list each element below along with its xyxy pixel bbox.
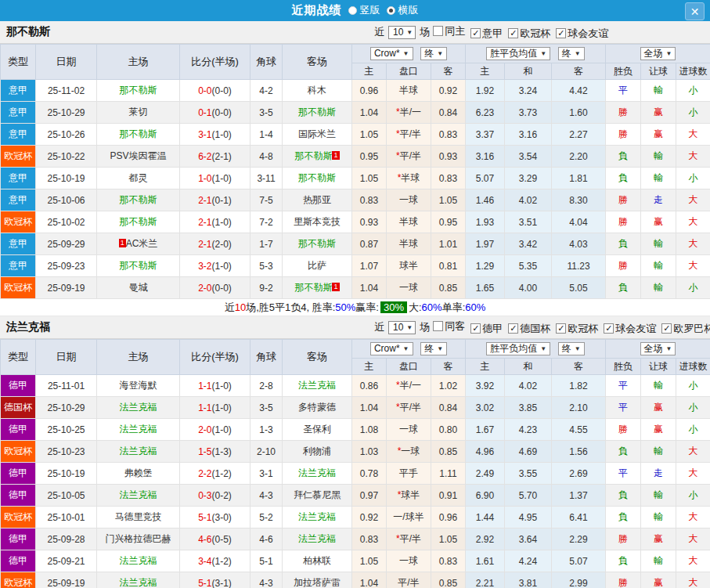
col-header-score: 比分(半场) [180, 45, 250, 80]
home-team-cell: 弗赖堡 [97, 463, 180, 485]
home-odds: 1.04 [352, 277, 387, 299]
match-date: 25-10-05 [36, 485, 97, 507]
team-label: 那不勒斯 [120, 260, 157, 271]
avg-home-odds: 1.61 [466, 550, 505, 572]
home-team-cell: 那不勒斯 [97, 189, 180, 211]
away-odds: 0.93 [431, 146, 466, 168]
radio-icon [348, 6, 357, 15]
odds-company-select[interactable]: Crow*▼ [370, 342, 413, 355]
odds-company-select[interactable]: Crow*▼ [370, 47, 413, 60]
away-odds: 0.80 [431, 419, 466, 441]
team-label: 莱切 [129, 106, 148, 117]
filter-checkbox-同客[interactable]: 同客 [430, 319, 465, 334]
star-mark: * [398, 489, 402, 500]
filter-checkbox-欧冠杯[interactable]: ✓欧冠杯 [550, 322, 598, 336]
home-team-cell: 法兰克福 [97, 485, 180, 507]
fulltime-score: 1-0 [198, 173, 211, 184]
result-wdl: 平 [606, 375, 641, 397]
score-cell: 2-2(1-2) [180, 463, 250, 485]
match-count-select[interactable]: 10 ▼ [388, 321, 416, 334]
handicap-cell: 球半 [387, 255, 431, 277]
scope-select[interactable]: 全场▼ [640, 47, 676, 60]
match-row: 意甲25-09-23那不勒斯3-2(1-0)5-3比萨1.07球半0.811.2… [1, 255, 710, 277]
checkbox-checked-icon: ✓ [508, 323, 518, 334]
result-goals: 小 [676, 168, 710, 189]
league-badge: 意甲 [1, 80, 36, 102]
handicap-cell: *半球 [387, 168, 431, 189]
halftime-score: (0-1) [212, 195, 232, 206]
avg-home-odds: 1.93 [466, 211, 505, 233]
col-header-away: 客场 [283, 45, 352, 80]
summary-part: 10 [235, 301, 246, 313]
scope-select[interactable]: 全场▼ [640, 342, 676, 355]
result-handicap: 輸 [641, 550, 676, 572]
team-label: 法兰克福 [298, 467, 336, 478]
match-date: 25-10-19 [36, 168, 97, 189]
fulltime-score: 2-1 [198, 239, 211, 250]
avg-home-odds: 1.65 [466, 277, 505, 299]
col-header-home: 主场 [97, 340, 180, 375]
checkbox-label: 德甲 [482, 322, 503, 336]
avg-type-select[interactable]: 胜平负均值▼ [486, 342, 550, 355]
summary-row: 近10场,胜5平1负4, 胜率:50% 赢率: 30% 大:60% 单率:60% [0, 299, 710, 316]
team-label: 那不勒斯 [120, 85, 157, 96]
result-goals: 大 [676, 146, 710, 168]
match-date: 25-10-29 [36, 397, 97, 419]
away-team-cell: 法兰克福 [283, 507, 352, 528]
filter-checkbox-球会友谊[interactable]: ✓球会友谊 [598, 322, 656, 336]
corners-cell: 7-2 [250, 211, 283, 233]
avg-away-odds: 2.99 [552, 572, 606, 588]
filter-checkbox-德甲[interactable]: ✓德甲 [465, 322, 503, 336]
version-radio-on[interactable]: 横版 [380, 3, 419, 17]
checkbox-checked-icon: ✓ [661, 323, 672, 334]
odds-time-select[interactable]: 终▼ [420, 342, 447, 355]
match-row: 德甲25-09-21法兰克福3-4(1-2)5-1柏林联1.05一球0.831.… [1, 550, 710, 572]
filter-checkbox-欧罗巴杯[interactable]: ✓欧罗巴杯 [656, 322, 710, 336]
team-label: 那不勒斯 [120, 216, 157, 227]
filter-checkbox-同主[interactable]: 同主 [430, 24, 465, 38]
avg-time-select[interactable]: 终▼ [558, 47, 585, 60]
match-date: 25-10-29 [36, 102, 97, 124]
avg-group-header: 胜平负均值▼ 终▼ [466, 340, 606, 359]
filter-checkbox-球会友谊[interactable]: ✓球会友谊 [550, 27, 608, 41]
avg-away-odds: 2.10 [552, 397, 606, 419]
dropdown-arrow-icon: ▼ [666, 50, 672, 57]
result-handicap: 赢 [641, 419, 676, 441]
col-header-score: 比分(半场) [180, 340, 250, 375]
fulltime-score: 0-3 [198, 490, 211, 501]
match-count-select[interactable]: 10 ▼ [388, 26, 416, 39]
result-goals: 小 [676, 419, 710, 441]
score-cell: 2-1(1-0) [180, 211, 250, 233]
close-button[interactable]: ✕ [685, 2, 705, 20]
score-cell: 1-1(1-0) [180, 375, 250, 397]
match-row: 欧冠杯25-10-22PSV埃因霍温6-2(2-1)4-8那不勒斯10.95*平… [1, 146, 710, 168]
checkbox-label: 欧冠杯 [568, 322, 598, 336]
avg-draw-odds: 5.70 [505, 485, 552, 507]
odds-time-select[interactable]: 终▼ [420, 47, 447, 60]
corners-cell: 5-2 [250, 507, 283, 528]
score-cell: 0-0(0-0) [180, 80, 250, 102]
avg-type-select[interactable]: 胜平负均值▼ [486, 47, 550, 60]
filter-checkbox-德国杯[interactable]: ✓德国杯 [503, 322, 550, 336]
halftime-score: (3-0) [212, 512, 232, 523]
checkbox-checked-icon: ✓ [556, 28, 566, 38]
result-handicap: 輸 [641, 507, 676, 528]
sub-header-wdl: 胜负 [606, 359, 641, 375]
sub-header-avg-draw: 和 [505, 359, 552, 375]
fulltime-score: 2-2 [198, 468, 211, 479]
result-handicap: 輸 [641, 233, 676, 255]
filter-checkbox-意甲[interactable]: ✓意甲 [465, 27, 503, 41]
sub-header-odds-away: 客 [431, 359, 466, 375]
handicap-cell: *平/半 [387, 528, 431, 550]
avg-away-odds: 2.27 [552, 124, 606, 146]
team-label: 法兰克福 [120, 424, 157, 435]
corners-cell: 1-4 [250, 124, 283, 146]
window-title: 近期战绩 [292, 3, 342, 18]
result-handicap: 赢 [641, 102, 676, 124]
filter-checkbox-欧冠杯[interactable]: ✓欧冠杯 [503, 27, 550, 41]
match-row: 欧冠杯25-09-19法兰克福5-1(3-1)4-3加拉塔萨雷1.04平/半0.… [1, 572, 710, 588]
team-label: 那不勒斯 [298, 172, 336, 183]
team-label: 利物浦 [303, 446, 331, 456]
avg-time-select[interactable]: 终▼ [558, 342, 585, 355]
version-radio-off[interactable]: 竖版 [342, 3, 380, 17]
